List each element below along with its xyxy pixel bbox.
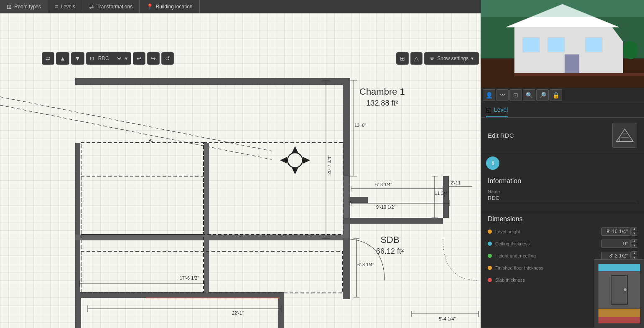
tab-levels[interactable]: ≡ Levels xyxy=(48,0,82,13)
level-height-control: ▲ ▼ xyxy=(601,227,637,236)
wave-button[interactable]: 〰 xyxy=(496,89,509,101)
level-height-dot xyxy=(488,230,492,234)
level-up-button[interactable]: ▲ xyxy=(56,52,69,65)
svg-rect-21 xyxy=(81,235,204,293)
ceiling-thickness-spinner: ▲ ▼ xyxy=(631,239,637,248)
floor-icon: ⊡ xyxy=(90,56,94,61)
height-under-ceiling-input[interactable] xyxy=(601,252,631,260)
chambre1-name: Chambre 1 xyxy=(359,86,405,97)
refresh-button[interactable]: ↺ xyxy=(161,52,174,65)
dim-13-6: 13'-6" xyxy=(354,123,366,128)
name-field-label: Name xyxy=(488,189,637,194)
svg-rect-65 xyxy=(565,54,579,75)
svg-rect-69 xyxy=(481,0,644,17)
svg-rect-7 xyxy=(75,143,80,301)
dim-6-8: 6'-8 1/4" xyxy=(375,182,392,187)
top-navigation: ⊞ Room types ≡ Levels ⇄ Transformations … xyxy=(0,0,481,13)
svg-rect-13 xyxy=(204,143,209,236)
chambre1-area: 132.88 ft² xyxy=(359,99,405,108)
3d-preview xyxy=(481,0,644,88)
finished-floor-thickness-label: Finished floor thickness xyxy=(495,265,598,270)
svg-marker-28 xyxy=(303,157,310,164)
height-under-ceiling-control: ▲ ▼ xyxy=(601,251,637,260)
ceiling-thickness-input[interactable] xyxy=(601,240,631,248)
tab-transformations-label: Transformations xyxy=(97,4,132,10)
dim-6-8-vert: 6'-8 1/4" xyxy=(357,262,374,267)
room-label-sdb: SDB 66.12 ft² xyxy=(376,235,404,256)
show-settings-button[interactable]: 👁 Show settings ▾ xyxy=(424,52,479,65)
dim-17-6: 17'-6 1/2" xyxy=(180,275,199,280)
level-height-input[interactable] xyxy=(601,227,631,236)
layout-button[interactable]: ⊡ xyxy=(509,89,522,101)
slab-thickness-label: Slab thickness xyxy=(495,278,598,283)
level-selector[interactable]: ⊡ RDC Étage 1 Étage 2 ▾ xyxy=(86,52,131,65)
name-field-group: Name RDC xyxy=(488,189,637,203)
roof-view-button[interactable]: △ xyxy=(410,52,423,65)
svg-rect-20 xyxy=(81,176,204,235)
building-location-icon: 📍 xyxy=(146,3,153,10)
svg-rect-76 xyxy=(598,264,640,271)
svg-rect-19 xyxy=(81,143,204,235)
ceiling-thickness-row: Ceiling thickness ▲ ▼ xyxy=(488,239,637,248)
lock-button[interactable]: 🔒 xyxy=(550,89,562,101)
svg-rect-16 xyxy=(343,176,349,239)
tab-building-location[interactable]: 📍 Building location xyxy=(140,0,199,13)
level-tab-label: Level xyxy=(494,106,508,113)
room-types-icon: ⊞ xyxy=(7,3,12,10)
svg-rect-63 xyxy=(548,38,565,52)
slab-thickness-dot xyxy=(488,278,492,282)
level-tab[interactable]: ◱ Level xyxy=(486,103,508,117)
panel-icon-toolbar: 👤 〰 ⊡ 🔍 🔎 🔒 xyxy=(481,88,644,103)
svg-rect-66 xyxy=(514,73,644,76)
svg-rect-22 xyxy=(81,251,343,293)
sdb-area: 66.12 ft² xyxy=(376,247,404,256)
dim-20-7: 20'-7 3/4" xyxy=(327,155,332,174)
edit-section: Edit RDC xyxy=(481,118,644,153)
level-height-down[interactable]: ▼ xyxy=(631,232,637,236)
svg-point-24 xyxy=(288,153,303,168)
tab-room-types-label: Room types xyxy=(14,4,41,10)
height-under-ceiling-dot xyxy=(488,254,492,258)
right-panel: 👤 〰 ⊡ 🔍 🔎 🔒 ◱ Level Edit RDC ℹ xyxy=(481,0,644,328)
sdb-name: SDB xyxy=(376,235,404,245)
svg-rect-18 xyxy=(343,218,443,224)
tab-room-types[interactable]: ⊞ Room types xyxy=(0,0,48,13)
svg-rect-10 xyxy=(75,292,81,328)
redo-button[interactable]: ↪ xyxy=(147,52,160,65)
3d-preview-content xyxy=(481,0,644,88)
height-under-ceiling-row: Height under ceiling ▲ ▼ xyxy=(488,251,637,260)
show-settings-label: Show settings xyxy=(437,56,468,61)
information-section: Information Name RDC xyxy=(481,173,644,211)
level-dropdown[interactable]: RDC Étage 1 Étage 2 xyxy=(97,55,122,62)
dimensions-title: Dimensions xyxy=(488,215,637,223)
svg-rect-17 xyxy=(443,176,449,218)
ceiling-thickness-up[interactable]: ▲ xyxy=(631,239,637,243)
edit-title: Edit RDC xyxy=(488,132,514,139)
info-tab-area: ℹ xyxy=(481,153,644,173)
floor-view-button[interactable]: ⊞ xyxy=(396,52,409,65)
info-icon: ℹ xyxy=(492,160,494,167)
svg-marker-27 xyxy=(280,157,287,164)
svg-marker-25 xyxy=(292,146,298,153)
information-title: Information xyxy=(488,177,637,185)
level-height-up[interactable]: ▲ xyxy=(631,227,637,231)
level-preview-icon xyxy=(612,123,637,148)
ceiling-thickness-down[interactable]: ▼ xyxy=(631,244,637,248)
info-tab-button[interactable]: ℹ xyxy=(486,156,499,170)
swap-button[interactable]: ⇄ xyxy=(42,52,54,65)
tab-levels-label: Levels xyxy=(61,4,75,10)
svg-marker-70 xyxy=(616,129,633,141)
level-down-button[interactable]: ▼ xyxy=(71,52,84,65)
zoom-in-button[interactable]: 🔍 xyxy=(523,89,535,101)
dim-11-3-4: 11 3/4" xyxy=(435,191,449,196)
door-cross-section-diagram xyxy=(594,259,644,328)
tab-transformations[interactable]: ⇄ Transformations xyxy=(82,0,140,13)
settings-chevron-icon: ▾ xyxy=(471,56,473,61)
undo-button[interactable]: ↩ xyxy=(133,52,145,65)
room-label-chambre1: Chambre 1 132.88 ft² xyxy=(359,86,405,108)
height-under-ceiling-up[interactable]: ▲ xyxy=(631,251,637,255)
ceiling-thickness-label: Ceiling thickness xyxy=(495,241,598,246)
height-under-ceiling-label: Height under ceiling xyxy=(495,253,598,258)
person-view-button[interactable]: 👤 xyxy=(483,89,495,101)
zoom-out-button[interactable]: 🔎 xyxy=(536,89,549,101)
